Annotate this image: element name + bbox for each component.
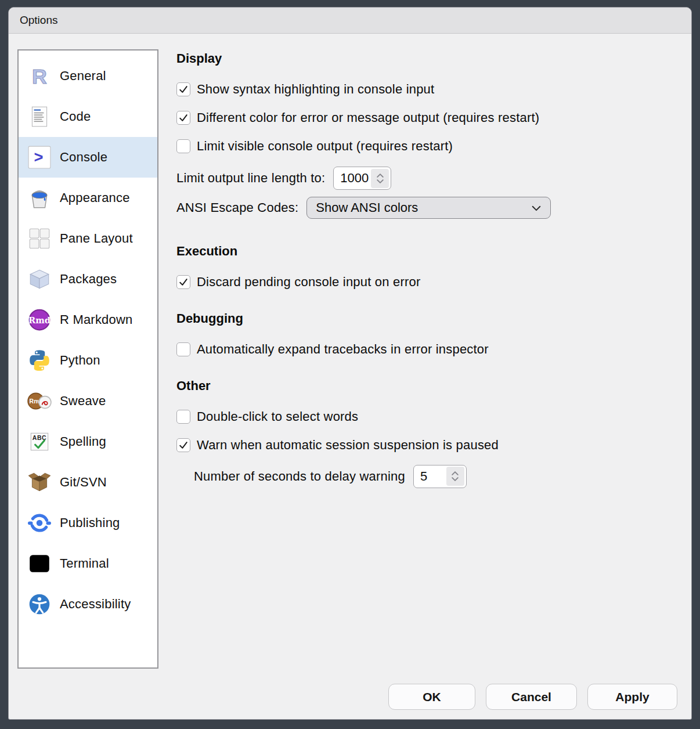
sidebar-item-label: Sweave — [60, 394, 106, 409]
ansi-escape-codes-row: ANSI Escape Codes: Show ANSI colors — [176, 197, 681, 219]
console-prompt-icon: > — [27, 145, 52, 169]
checkbox[interactable] — [176, 139, 190, 153]
console-options-panel: Display Show syntax highlighting in cons… — [176, 50, 681, 488]
selected-option: Show ANSI colors — [316, 200, 418, 215]
section-heading-debugging: Debugging — [176, 311, 681, 326]
ansi-escape-codes-label: ANSI Escape Codes: — [176, 200, 298, 215]
sidebar-item-label: Python — [60, 353, 100, 368]
pane-grid-icon — [27, 226, 52, 251]
section-heading-display: Display — [176, 50, 681, 66]
checkbox-row-expand-tracebacks[interactable]: Automatically expand tracebacks in error… — [176, 341, 681, 357]
dialog-footer: OK Cancel Apply — [388, 684, 677, 710]
limit-line-length-row: Limit output line length to: 1000 — [176, 167, 681, 190]
sidebar-item-label: Terminal — [60, 556, 109, 571]
sidebar-item-label: Console — [60, 150, 107, 165]
sidebar-item-label: General — [60, 68, 106, 84]
chevron-down-icon — [531, 205, 542, 211]
python-icon — [27, 348, 52, 373]
sidebar-item-terminal[interactable]: Terminal — [19, 543, 157, 584]
checkbox-row-double-click[interactable]: Double-click to select words — [176, 409, 681, 424]
rmarkdown-icon: Rmd — [27, 308, 52, 332]
delay-warning-label: Number of seconds to delay warning — [194, 469, 405, 484]
sidebar-item-console[interactable]: > Console — [19, 137, 157, 178]
sidebar-item-publishing[interactable]: Publishing — [19, 503, 157, 543]
checkbox-label: Different color for error or message out… — [197, 110, 539, 125]
sidebar-item-label: Spelling — [60, 434, 106, 449]
cancel-button[interactable]: Cancel — [486, 684, 577, 710]
checkbox[interactable] — [176, 275, 190, 289]
terminal-icon — [27, 551, 52, 576]
sidebar-item-r-markdown[interactable]: Rmd R Markdown — [19, 299, 157, 340]
sidebar-item-general[interactable]: R General — [19, 56, 157, 96]
sidebar-item-label: R Markdown — [60, 312, 132, 327]
checkbox[interactable] — [176, 342, 190, 356]
sidebar-item-label: Packages — [60, 272, 117, 287]
checkbox-label: Limit visible console output (requires r… — [197, 139, 453, 154]
svg-text:R: R — [32, 65, 47, 88]
stepper-up-icon — [450, 471, 460, 476]
checkbox[interactable] — [176, 438, 190, 452]
checkbox[interactable] — [176, 410, 190, 424]
options-dialog: Options R General Code — [8, 7, 692, 720]
sidebar-item-label: Code — [60, 109, 91, 124]
delay-warning-spinner[interactable]: 5 — [413, 465, 467, 488]
checkbox-row-limit-output[interactable]: Limit visible console output (requires r… — [176, 138, 681, 154]
checkbox-label: Show syntax highlighting in console inpu… — [197, 82, 434, 97]
publishing-icon — [27, 511, 52, 535]
sidebar-item-packages[interactable]: Packages — [19, 259, 157, 299]
checkbox-label: Discard pending console input on error — [197, 275, 421, 290]
sidebar-item-spelling[interactable]: ABC Spelling — [19, 421, 157, 462]
sidebar-item-label: Git/SVN — [60, 475, 107, 490]
limit-line-length-spinner[interactable]: 1000 — [333, 167, 391, 190]
sidebar-item-label: Pane Layout — [60, 231, 133, 246]
sidebar-item-pane-layout[interactable]: Pane Layout — [19, 218, 157, 259]
svg-text:>: > — [34, 148, 44, 166]
apply-button[interactable]: Apply — [587, 684, 677, 710]
code-document-icon — [27, 104, 52, 129]
window-title: Options — [20, 14, 57, 27]
stepper-up-icon — [376, 173, 385, 178]
accessibility-icon — [27, 592, 52, 616]
sidebar-item-label: Accessibility — [60, 597, 131, 612]
section-heading-execution: Execution — [176, 243, 681, 259]
stepper-buttons[interactable] — [446, 467, 464, 486]
sidebar-item-code[interactable]: Code — [19, 96, 157, 137]
checkbox-label: Automatically expand tracebacks in error… — [197, 342, 489, 357]
r-logo-icon: R — [27, 64, 52, 88]
checkbox-row-error-color[interactable]: Different color for error or message out… — [176, 110, 681, 125]
svg-text:Rmd: Rmd — [28, 315, 50, 325]
checkbox-label: Warn when automatic session suspension i… — [197, 438, 499, 453]
checkbox[interactable] — [176, 82, 190, 96]
sidebar-item-sweave[interactable]: Rnw Sweave — [19, 381, 157, 421]
title-bar: Options — [9, 8, 691, 34]
ok-button[interactable]: OK — [388, 684, 475, 710]
stepper-down-icon — [376, 179, 385, 184]
git-svn-box-icon — [27, 470, 52, 495]
paint-bucket-icon — [27, 186, 52, 210]
section-heading-other: Other — [176, 378, 681, 394]
spinner-value[interactable]: 1000 — [334, 167, 371, 189]
spelling-abc-icon: ABC — [27, 430, 52, 454]
sidebar-item-appearance[interactable]: Appearance — [19, 178, 157, 218]
stepper-buttons[interactable] — [371, 169, 389, 188]
sweave-icon: Rnw — [27, 389, 52, 413]
sidebar-item-accessibility[interactable]: Accessibility — [19, 584, 157, 625]
checkbox-row-syntax-highlighting[interactable]: Show syntax highlighting in console inpu… — [176, 81, 681, 97]
stepper-down-icon — [450, 477, 460, 482]
spinner-value[interactable]: 5 — [414, 465, 446, 488]
checkbox-row-warn-suspension[interactable]: Warn when automatic session suspension i… — [176, 437, 681, 453]
package-cube-icon — [27, 267, 52, 291]
sidebar-item-python[interactable]: Python — [19, 340, 157, 381]
limit-line-length-label: Limit output line length to: — [176, 171, 325, 186]
settings-sidebar: R General Code — [17, 49, 158, 669]
checkbox[interactable] — [176, 111, 190, 125]
checkbox-label: Double-click to select words — [197, 409, 358, 424]
sidebar-item-git-svn[interactable]: Git/SVN — [19, 462, 157, 503]
checkbox-row-discard-pending[interactable]: Discard pending console input on error — [176, 274, 681, 290]
sidebar-item-label: Appearance — [60, 190, 130, 205]
delay-warning-row: Number of seconds to delay warning 5 — [194, 464, 681, 488]
ansi-escape-codes-select[interactable]: Show ANSI colors — [306, 197, 551, 219]
sidebar-item-label: Publishing — [60, 515, 120, 530]
